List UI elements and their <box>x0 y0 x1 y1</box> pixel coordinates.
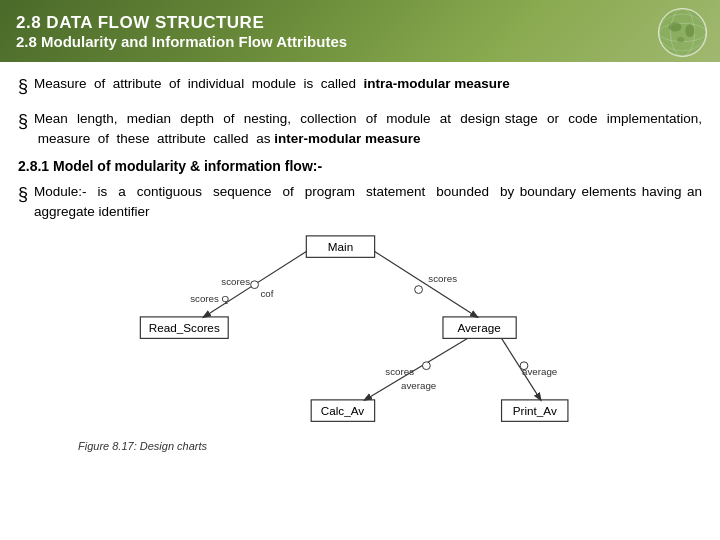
svg-text:scores: scores <box>385 367 414 378</box>
header: 2.8 DATA FLOW STRUCTURE 2.8 Modularity a… <box>0 0 720 62</box>
svg-point-32 <box>422 362 430 370</box>
svg-point-33 <box>520 362 528 370</box>
bullet2-icon: § <box>18 109 28 134</box>
bullet1-text: Measure of attribute of individual modul… <box>34 74 510 94</box>
svg-text:Average: Average <box>457 321 500 334</box>
bullet3-icon: § <box>18 182 28 207</box>
svg-text:scores Q: scores Q <box>190 294 229 305</box>
svg-text:Main: Main <box>328 240 353 253</box>
bullet1-section: § Measure of attribute of individual mod… <box>18 74 702 99</box>
bullet1-icon: § <box>18 74 28 99</box>
diagram-caption: Figure 8.17: Design charts <box>78 440 207 452</box>
svg-point-31 <box>415 286 423 294</box>
content: § Measure of attribute of individual mod… <box>0 62 720 460</box>
svg-point-6 <box>685 24 694 37</box>
svg-text:Print_Av: Print_Av <box>513 404 557 417</box>
svg-point-5 <box>669 22 682 31</box>
diagram-area: Main Read_Scores Average Calc_Av Print_A… <box>18 231 702 452</box>
svg-text:cof: cof <box>260 289 273 300</box>
sub-heading: 2.8.1 Model of modularity & information … <box>18 158 702 174</box>
svg-text:Read_Scores: Read_Scores <box>149 321 220 334</box>
svg-text:Calc_Av: Calc_Av <box>321 404 365 417</box>
header-title1: 2.8 DATA FLOW STRUCTURE <box>16 13 704 33</box>
svg-text:average: average <box>401 381 436 392</box>
bullet3-text: Module:- is a contiguous sequence of pro… <box>34 182 702 221</box>
svg-line-23 <box>375 252 478 317</box>
flow-diagram: Main Read_Scores Average Calc_Av Print_A… <box>90 231 630 436</box>
svg-text:scores: scores <box>221 276 250 287</box>
bullet3-section: § Module:- is a contiguous sequence of p… <box>18 182 702 221</box>
bullet2-section: § Mean length, median depth of nesting, … <box>18 109 702 148</box>
bullet2-text: Mean length, median depth of nesting, co… <box>34 109 702 148</box>
header-title2: 2.8 Modularity and Information Flow Attr… <box>16 33 704 50</box>
globe-icon <box>655 5 710 60</box>
svg-text:scores: scores <box>428 273 457 284</box>
svg-point-7 <box>677 37 684 43</box>
svg-point-30 <box>251 281 259 289</box>
